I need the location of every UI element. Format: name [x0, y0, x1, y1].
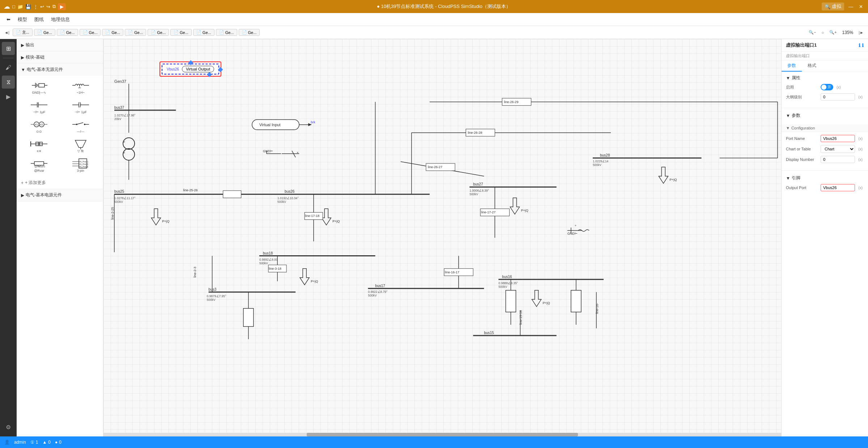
tab-format[interactable]: 格式 [802, 60, 822, 72]
nav-back-btn[interactable]: ◄| [2, 29, 12, 36]
canvas-background[interactable]: Gen37 bus37 1.0270∠17.98° 20kV ≠ ≠ bus25… [103, 39, 781, 436]
tab-params[interactable]: 参数 [782, 60, 802, 72]
section-module-header[interactable]: ▶ 模块-基础 [17, 51, 103, 63]
main-tab-label: 主... [22, 30, 29, 35]
comp-cap[interactable]: ⊣⊢ 1μF [20, 98, 59, 115]
notification-2[interactable]: ▲ 0 [42, 440, 51, 445]
portname-input[interactable] [821, 135, 855, 142]
notification-3[interactable]: ● 0 [55, 440, 61, 445]
zoom-out-btn[interactable]: 🔍− [807, 29, 818, 36]
displaynum-input[interactable] [821, 156, 855, 163]
tab-ge-9[interactable]: 📄 Ge... [216, 29, 237, 36]
canvas-area[interactable]: Gen37 bus37 1.0270∠17.98° 20kV ≠ ≠ bus25… [103, 39, 781, 436]
main-tab[interactable]: 📄 主... [13, 29, 33, 36]
tab-ge-7[interactable]: 📄 Ge... [170, 29, 192, 36]
portname-x-btn[interactable]: (x) [857, 137, 864, 141]
zoom-in-btn[interactable]: 🔍+ [827, 29, 839, 36]
svg-marker-33 [75, 140, 86, 148]
sidebar-settings-icon[interactable]: ⚙ [2, 421, 15, 434]
chartortable-label: Chart or Table [786, 147, 818, 151]
comp-inductor[interactable]: ~1H~ [61, 78, 101, 96]
tab-ge-5[interactable]: 📄 Ge... [125, 29, 146, 36]
outputport-x-btn[interactable]: (x) [857, 186, 864, 190]
tab-ge-3[interactable]: 📄 Ge... [80, 29, 101, 36]
svg-text:500kV: 500kV [277, 200, 286, 204]
tab-ge-4[interactable]: 📄 Ge... [102, 29, 123, 36]
section-power-header[interactable]: ▶ 电气-基本电源元件 [17, 189, 103, 201]
comp-cap2[interactable]: ⊣⊢ 1μF [61, 98, 101, 115]
section-output-header[interactable]: ▶ 输出 [17, 39, 103, 51]
search-box[interactable]: 🔍 虚拟 [822, 3, 844, 10]
menu-diagram[interactable]: 图纸 [31, 15, 47, 24]
comp-filter-label: ▽ flt [77, 149, 84, 153]
chevron-right-icon: ▶ [21, 43, 24, 48]
copy-icon[interactable]: ⧉ [52, 4, 56, 9]
canvas-scrollbar[interactable] [103, 433, 781, 436]
tab-ge-10[interactable]: 📄 Ge... [239, 29, 260, 36]
back-btn[interactable]: ⬅ [3, 15, 14, 24]
run-icon[interactable]: ▶ [58, 3, 66, 10]
tab-ge-8[interactable]: 📄 Ge... [193, 29, 214, 36]
virtual-output-box[interactable]: Virtual Output [182, 66, 214, 72]
sidebar-play-icon[interactable]: ▶ [2, 90, 15, 103]
more-icon[interactable]: ⋮ [33, 4, 38, 9]
zoom-fit-btn[interactable]: ○ [819, 29, 826, 36]
sidebar-layers-icon[interactable]: ⧖ [2, 76, 15, 89]
svg-text:bus28: bus28 [600, 153, 610, 157]
enable-toggle[interactable]: 开 [821, 84, 833, 90]
nav-fwd-btn[interactable]: |► [856, 29, 866, 36]
zoom-level: 135% [840, 30, 856, 35]
notification-1[interactable]: ① 1 [30, 440, 38, 445]
outline-input[interactable] [821, 93, 855, 101]
close-icon[interactable]: ✕ [858, 3, 864, 11]
rp-attrs-title: ▼ 属性 [786, 75, 864, 81]
comp-breaker[interactable]: ≡✕ [20, 137, 59, 154]
redo-icon[interactable]: ↪ [46, 4, 50, 9]
sidebar-model-icon[interactable]: ⊞ [2, 42, 15, 55]
open-icon[interactable]: 📁 [17, 4, 23, 9]
displaynum-x-btn[interactable]: (x) [857, 158, 864, 162]
undo-icon[interactable]: ↩ [40, 4, 44, 9]
doc-icon-7: 📄 [174, 30, 179, 35]
comp-filter[interactable]: ▽ flt [61, 137, 101, 154]
info-icon-1[interactable]: ℹ [859, 43, 860, 48]
svg-marker-81 [300, 269, 309, 285]
svg-text:line-15-16: line-15-16 [519, 310, 523, 325]
chartortable-x-btn[interactable]: (x) [857, 147, 864, 151]
sidebar-brush-icon[interactable]: 🖌 [2, 61, 15, 74]
enable-x-btn[interactable]: (x) [835, 85, 842, 89]
section-passive-header[interactable]: ▼ 电气-基本无源元件 [17, 64, 103, 76]
outline-x-btn[interactable]: (x) [857, 95, 864, 99]
comp-cap2-label: ⊣⊢ 1μF [75, 110, 87, 114]
rp-row-displaynum: Display Number (x) [786, 156, 864, 163]
comp-transformer[interactable]: #1 #2 ⊙⊙ [20, 118, 59, 135]
comp-3pin[interactable]: IN_Pin[1] IN_Pin[2] IN_Pin[3] 3-pin [61, 157, 101, 174]
canvas-scrollbar-thumb[interactable] [307, 433, 578, 436]
menu-model[interactable]: 模型 [14, 15, 31, 24]
menu-geo[interactable]: 地理信息 [47, 15, 73, 24]
doc-icon-4: 📄 [105, 30, 110, 35]
comp-switch[interactable]: —/— [61, 118, 101, 135]
search-text[interactable]: 虚拟 [832, 3, 841, 10]
svg-text:IN_Pin[1]: IN_Pin[1] [79, 161, 88, 163]
tab-ge-6[interactable]: 📄 Ge... [148, 29, 169, 36]
svg-text:500kV: 500kV [498, 285, 507, 289]
comp-gnd-res[interactable]: GND|—∿ [20, 78, 59, 96]
minimize-btn[interactable]: — [847, 3, 855, 11]
tab-ge-1[interactable]: 📄 Ge... [34, 29, 55, 36]
doc-icon-10: 📄 [242, 30, 247, 35]
portname-label: Port Name [786, 136, 818, 141]
main-canvas-svg: Gen37 bus37 1.0270∠17.98° 20kV ≠ ≠ bus25… [103, 39, 781, 436]
outputport-input[interactable] [821, 184, 855, 191]
comp-rvar[interactable]: @Rvar0 @Rvar [20, 157, 59, 174]
save-icon[interactable]: 💾 [25, 4, 31, 9]
svg-marker-105 [659, 167, 668, 183]
tab-ge-2[interactable]: 📄 Ge... [57, 29, 78, 36]
chartortable-select[interactable]: Chart Table [821, 145, 855, 153]
portname-input-wrapper [821, 135, 855, 142]
info-icon-2[interactable]: ℹ [862, 43, 864, 48]
toggle-on-text: 开 [827, 85, 831, 90]
add-more-btn[interactable]: + + 添加更多 [17, 177, 103, 189]
new-file-icon[interactable]: □ [12, 4, 15, 9]
enable-label: 启用 [786, 85, 818, 90]
